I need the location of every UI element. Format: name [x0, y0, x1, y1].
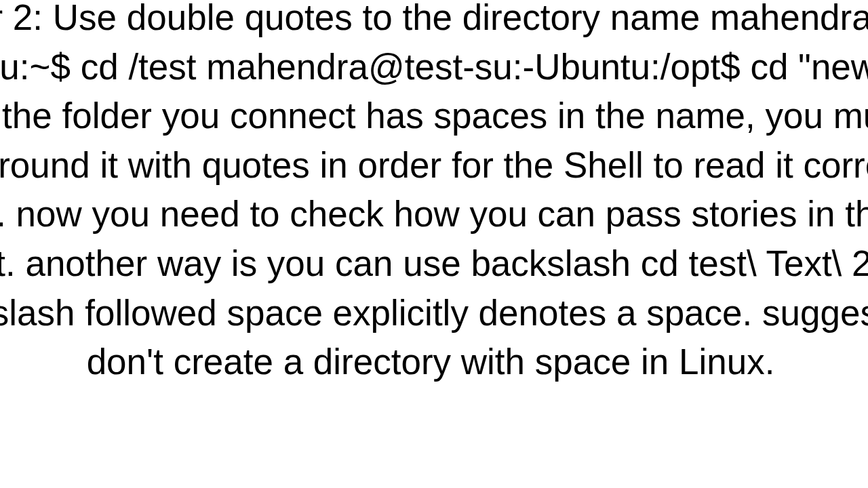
document-body: Answer 2: Use double quotes to the direc… [0, 0, 868, 387]
